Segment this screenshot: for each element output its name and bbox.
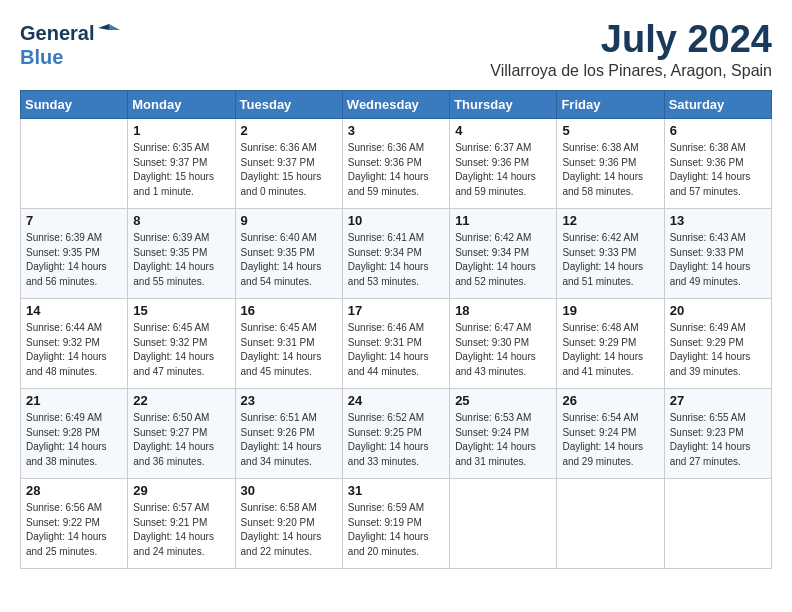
table-cell: 31Sunrise: 6:59 AMSunset: 9:19 PMDayligh…	[342, 479, 449, 569]
day-number: 27	[670, 393, 766, 408]
day-number: 28	[26, 483, 122, 498]
day-number: 7	[26, 213, 122, 228]
table-cell: 10Sunrise: 6:41 AMSunset: 9:34 PMDayligh…	[342, 209, 449, 299]
week-row-3: 14Sunrise: 6:44 AMSunset: 9:32 PMDayligh…	[21, 299, 772, 389]
table-cell: 9Sunrise: 6:40 AMSunset: 9:35 PMDaylight…	[235, 209, 342, 299]
svg-marker-1	[98, 24, 109, 30]
table-cell: 15Sunrise: 6:45 AMSunset: 9:32 PMDayligh…	[128, 299, 235, 389]
col-thursday: Thursday	[450, 91, 557, 119]
day-info: Sunrise: 6:46 AMSunset: 9:31 PMDaylight:…	[348, 321, 444, 379]
col-tuesday: Tuesday	[235, 91, 342, 119]
day-number: 30	[241, 483, 337, 498]
day-number: 24	[348, 393, 444, 408]
table-cell: 23Sunrise: 6:51 AMSunset: 9:26 PMDayligh…	[235, 389, 342, 479]
day-number: 4	[455, 123, 551, 138]
table-cell: 3Sunrise: 6:36 AMSunset: 9:36 PMDaylight…	[342, 119, 449, 209]
col-friday: Friday	[557, 91, 664, 119]
day-info: Sunrise: 6:51 AMSunset: 9:26 PMDaylight:…	[241, 411, 337, 469]
day-info: Sunrise: 6:50 AMSunset: 9:27 PMDaylight:…	[133, 411, 229, 469]
week-row-4: 21Sunrise: 6:49 AMSunset: 9:28 PMDayligh…	[21, 389, 772, 479]
day-info: Sunrise: 6:40 AMSunset: 9:35 PMDaylight:…	[241, 231, 337, 289]
table-cell: 30Sunrise: 6:58 AMSunset: 9:20 PMDayligh…	[235, 479, 342, 569]
table-cell: 16Sunrise: 6:45 AMSunset: 9:31 PMDayligh…	[235, 299, 342, 389]
day-number: 25	[455, 393, 551, 408]
day-info: Sunrise: 6:36 AMSunset: 9:36 PMDaylight:…	[348, 141, 444, 199]
day-info: Sunrise: 6:58 AMSunset: 9:20 PMDaylight:…	[241, 501, 337, 559]
table-cell: 1Sunrise: 6:35 AMSunset: 9:37 PMDaylight…	[128, 119, 235, 209]
table-cell: 19Sunrise: 6:48 AMSunset: 9:29 PMDayligh…	[557, 299, 664, 389]
table-cell	[557, 479, 664, 569]
logo: General Blue	[20, 20, 120, 69]
table-cell: 4Sunrise: 6:37 AMSunset: 9:36 PMDaylight…	[450, 119, 557, 209]
table-cell	[450, 479, 557, 569]
calendar-table: Sunday Monday Tuesday Wednesday Thursday…	[20, 90, 772, 569]
day-number: 14	[26, 303, 122, 318]
col-monday: Monday	[128, 91, 235, 119]
table-cell: 5Sunrise: 6:38 AMSunset: 9:36 PMDaylight…	[557, 119, 664, 209]
day-info: Sunrise: 6:43 AMSunset: 9:33 PMDaylight:…	[670, 231, 766, 289]
day-info: Sunrise: 6:47 AMSunset: 9:30 PMDaylight:…	[455, 321, 551, 379]
day-number: 15	[133, 303, 229, 318]
day-number: 2	[241, 123, 337, 138]
logo-general: General	[20, 22, 94, 45]
svg-marker-0	[109, 24, 120, 30]
day-info: Sunrise: 6:38 AMSunset: 9:36 PMDaylight:…	[670, 141, 766, 199]
logo-bird-icon	[98, 20, 120, 42]
day-info: Sunrise: 6:38 AMSunset: 9:36 PMDaylight:…	[562, 141, 658, 199]
title-block: July 2024 Villarroya de los Pinares, Ara…	[490, 20, 772, 80]
table-cell: 27Sunrise: 6:55 AMSunset: 9:23 PMDayligh…	[664, 389, 771, 479]
location-title: Villarroya de los Pinares, Aragon, Spain	[490, 62, 772, 80]
day-info: Sunrise: 6:39 AMSunset: 9:35 PMDaylight:…	[26, 231, 122, 289]
day-number: 22	[133, 393, 229, 408]
month-year-title: July 2024	[490, 20, 772, 58]
table-cell: 2Sunrise: 6:36 AMSunset: 9:37 PMDaylight…	[235, 119, 342, 209]
table-cell: 20Sunrise: 6:49 AMSunset: 9:29 PMDayligh…	[664, 299, 771, 389]
col-sunday: Sunday	[21, 91, 128, 119]
day-info: Sunrise: 6:57 AMSunset: 9:21 PMDaylight:…	[133, 501, 229, 559]
week-row-5: 28Sunrise: 6:56 AMSunset: 9:22 PMDayligh…	[21, 479, 772, 569]
day-info: Sunrise: 6:42 AMSunset: 9:34 PMDaylight:…	[455, 231, 551, 289]
day-number: 20	[670, 303, 766, 318]
table-cell: 18Sunrise: 6:47 AMSunset: 9:30 PMDayligh…	[450, 299, 557, 389]
table-cell: 29Sunrise: 6:57 AMSunset: 9:21 PMDayligh…	[128, 479, 235, 569]
day-number: 19	[562, 303, 658, 318]
day-info: Sunrise: 6:55 AMSunset: 9:23 PMDaylight:…	[670, 411, 766, 469]
table-cell: 17Sunrise: 6:46 AMSunset: 9:31 PMDayligh…	[342, 299, 449, 389]
day-info: Sunrise: 6:44 AMSunset: 9:32 PMDaylight:…	[26, 321, 122, 379]
col-wednesday: Wednesday	[342, 91, 449, 119]
day-number: 6	[670, 123, 766, 138]
week-row-1: 1Sunrise: 6:35 AMSunset: 9:37 PMDaylight…	[21, 119, 772, 209]
day-number: 16	[241, 303, 337, 318]
day-info: Sunrise: 6:52 AMSunset: 9:25 PMDaylight:…	[348, 411, 444, 469]
day-info: Sunrise: 6:39 AMSunset: 9:35 PMDaylight:…	[133, 231, 229, 289]
calendar-header-row: Sunday Monday Tuesday Wednesday Thursday…	[21, 91, 772, 119]
day-info: Sunrise: 6:53 AMSunset: 9:24 PMDaylight:…	[455, 411, 551, 469]
week-row-2: 7Sunrise: 6:39 AMSunset: 9:35 PMDaylight…	[21, 209, 772, 299]
logo-blue: Blue	[20, 46, 63, 68]
day-number: 11	[455, 213, 551, 228]
day-info: Sunrise: 6:56 AMSunset: 9:22 PMDaylight:…	[26, 501, 122, 559]
day-number: 13	[670, 213, 766, 228]
table-cell: 7Sunrise: 6:39 AMSunset: 9:35 PMDaylight…	[21, 209, 128, 299]
day-info: Sunrise: 6:37 AMSunset: 9:36 PMDaylight:…	[455, 141, 551, 199]
table-cell: 28Sunrise: 6:56 AMSunset: 9:22 PMDayligh…	[21, 479, 128, 569]
table-cell: 12Sunrise: 6:42 AMSunset: 9:33 PMDayligh…	[557, 209, 664, 299]
day-info: Sunrise: 6:35 AMSunset: 9:37 PMDaylight:…	[133, 141, 229, 199]
table-cell: 13Sunrise: 6:43 AMSunset: 9:33 PMDayligh…	[664, 209, 771, 299]
day-info: Sunrise: 6:54 AMSunset: 9:24 PMDaylight:…	[562, 411, 658, 469]
day-number: 29	[133, 483, 229, 498]
table-cell: 6Sunrise: 6:38 AMSunset: 9:36 PMDaylight…	[664, 119, 771, 209]
day-info: Sunrise: 6:49 AMSunset: 9:28 PMDaylight:…	[26, 411, 122, 469]
day-number: 18	[455, 303, 551, 318]
day-number: 26	[562, 393, 658, 408]
day-number: 3	[348, 123, 444, 138]
day-number: 23	[241, 393, 337, 408]
table-cell: 14Sunrise: 6:44 AMSunset: 9:32 PMDayligh…	[21, 299, 128, 389]
col-saturday: Saturday	[664, 91, 771, 119]
day-number: 10	[348, 213, 444, 228]
day-info: Sunrise: 6:48 AMSunset: 9:29 PMDaylight:…	[562, 321, 658, 379]
day-number: 17	[348, 303, 444, 318]
day-number: 31	[348, 483, 444, 498]
table-cell: 25Sunrise: 6:53 AMSunset: 9:24 PMDayligh…	[450, 389, 557, 479]
table-cell	[21, 119, 128, 209]
